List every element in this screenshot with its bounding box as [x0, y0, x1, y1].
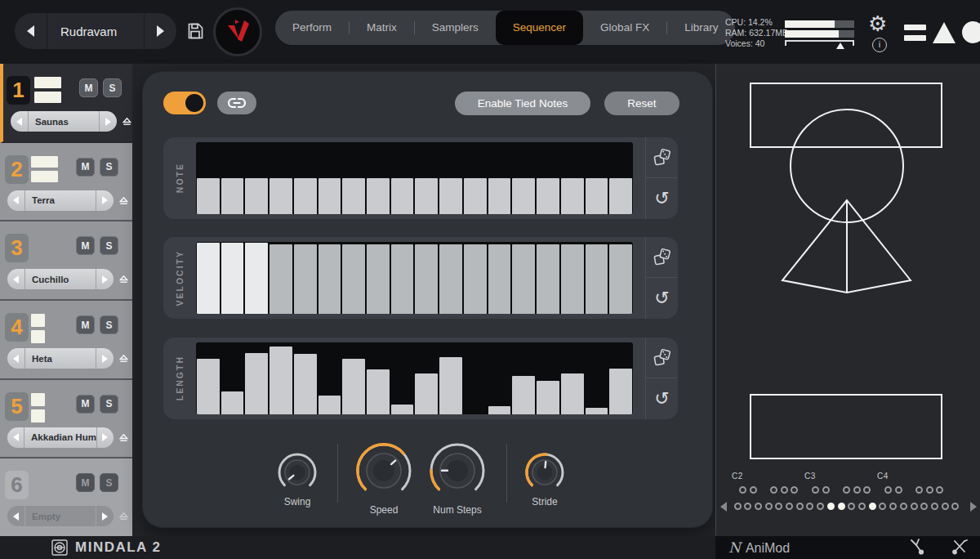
step-bar[interactable] — [537, 178, 559, 214]
black-key-dot[interactable] — [781, 486, 788, 494]
step-bar[interactable] — [318, 396, 341, 414]
step-bar[interactable] — [609, 244, 632, 314]
step-bar[interactable] — [197, 243, 220, 314]
mute-button[interactable]: M — [76, 158, 95, 177]
sample-next-arrow[interactable] — [96, 348, 114, 369]
white-key-dot[interactable] — [786, 503, 793, 510]
step-bar[interactable] — [609, 178, 632, 214]
tab-perform[interactable]: Perform — [275, 11, 349, 45]
keyboard-scroll-left-icon[interactable] — [720, 502, 727, 512]
tuning-fork-button[interactable] — [908, 538, 926, 558]
solo-button[interactable]: S — [100, 158, 118, 177]
white-key-dot[interactable] — [848, 503, 855, 510]
white-key-dot-active[interactable] — [838, 503, 845, 510]
knob-speed[interactable] — [355, 442, 412, 499]
white-key-dot[interactable] — [775, 503, 782, 510]
step-bar[interactable] — [342, 244, 365, 314]
scissors-button[interactable] — [951, 538, 969, 558]
eject-icon[interactable] — [118, 432, 129, 446]
sampler-slot-5[interactable]: 5MSAkkadian Hum — [0, 380, 132, 459]
enable-tied-notes-button[interactable]: Enable Tied Notes — [455, 92, 590, 115]
step-bar[interactable] — [318, 178, 341, 214]
black-key-dot[interactable] — [770, 486, 777, 494]
randomize-dice-button[interactable] — [646, 338, 678, 378]
step-bar[interactable] — [512, 376, 535, 414]
mute-button[interactable]: M — [76, 236, 95, 255]
brand-logo[interactable] — [213, 7, 262, 56]
row-reset-button[interactable]: ↺ — [646, 378, 678, 419]
step-bar[interactable] — [586, 244, 608, 314]
tab-samplers[interactable]: Samplers — [415, 11, 496, 45]
eject-icon[interactable] — [118, 195, 129, 209]
save-preset-button[interactable] — [185, 21, 206, 42]
black-key-dot[interactable] — [791, 486, 798, 494]
white-key-dot[interactable] — [889, 503, 897, 510]
step-bar[interactable] — [197, 178, 220, 214]
white-key-dot[interactable] — [765, 503, 773, 510]
step-bar[interactable] — [586, 408, 608, 414]
info-icon[interactable]: i — [872, 38, 887, 52]
sequencer-power-toggle[interactable] — [163, 92, 206, 114]
black-key-dot[interactable] — [853, 486, 861, 494]
white-key-dot[interactable] — [744, 503, 751, 510]
sample-selector[interactable]: Terra — [7, 190, 114, 211]
step-bar[interactable] — [464, 178, 487, 214]
step-bar[interactable] — [537, 381, 559, 414]
mute-button[interactable]: M — [79, 78, 98, 97]
white-key-dot[interactable] — [920, 503, 928, 510]
tab-global-fx[interactable]: Global FX — [583, 11, 666, 45]
black-key-dot[interactable] — [739, 486, 746, 494]
white-key-dot[interactable] — [858, 503, 866, 510]
step-bar[interactable] — [270, 178, 292, 214]
solo-button[interactable]: S — [100, 236, 118, 255]
mute-button[interactable]: M — [76, 315, 95, 334]
eject-icon[interactable] — [118, 510, 129, 525]
solo-button[interactable]: S — [103, 78, 122, 97]
step-bar[interactable] — [245, 243, 268, 314]
step-bar[interactable] — [488, 406, 511, 414]
step-bar[interactable] — [586, 178, 608, 214]
tab-sequencer[interactable]: Sequencer — [496, 11, 583, 45]
sample-prev-arrow[interactable] — [7, 190, 25, 211]
step-bar[interactable] — [391, 405, 414, 414]
step-bar[interactable] — [367, 369, 390, 414]
slider-handle-icon[interactable] — [836, 42, 844, 49]
step-bar[interactable] — [294, 178, 317, 214]
step-bar[interactable] — [391, 178, 414, 214]
white-key-dot[interactable] — [796, 503, 804, 510]
step-bar[interactable] — [439, 178, 462, 214]
white-key-dot[interactable] — [911, 503, 918, 510]
sampler-slot-6[interactable]: 6MSEmpty — [0, 458, 132, 536]
black-key-dot[interactable] — [863, 486, 871, 494]
mute-button[interactable]: M — [76, 395, 95, 414]
sample-next-arrow[interactable] — [96, 506, 114, 526]
white-key-dot-active[interactable] — [827, 503, 835, 510]
sample-prev-arrow[interactable] — [11, 111, 29, 132]
sampler-slot-3[interactable]: 3MSCuchillo — [0, 221, 132, 301]
eject-icon[interactable] — [118, 352, 129, 367]
step-bar[interactable] — [464, 244, 487, 314]
randomize-dice-button[interactable] — [646, 137, 678, 178]
white-key-dot[interactable] — [806, 503, 813, 510]
sampler-slot-2[interactable]: 2MSTerra — [0, 143, 132, 222]
knob-num-steps[interactable] — [429, 442, 486, 499]
step-bar[interactable] — [415, 178, 438, 214]
sample-next-arrow[interactable] — [99, 111, 117, 132]
black-key-dot[interactable] — [884, 486, 892, 494]
step-bar[interactable] — [512, 178, 535, 214]
step-bar[interactable] — [367, 178, 390, 214]
black-key-dot[interactable] — [843, 486, 850, 494]
preset-prev-button[interactable] — [15, 13, 47, 49]
master-volume-slider[interactable] — [785, 40, 854, 48]
step-bar[interactable] — [318, 244, 341, 314]
sampler-slot-4[interactable]: 4MSHeta — [0, 301, 132, 380]
black-key-dot[interactable] — [915, 486, 923, 494]
step-display-length[interactable] — [196, 342, 633, 414]
step-bar[interactable] — [342, 359, 365, 414]
white-key-dot[interactable] — [879, 503, 886, 510]
solo-button[interactable]: S — [100, 395, 118, 414]
step-display-note[interactable] — [196, 142, 633, 214]
preset-next-button[interactable] — [144, 13, 176, 49]
white-key-dot-active[interactable] — [869, 503, 876, 510]
black-key-dot[interactable] — [750, 486, 757, 494]
